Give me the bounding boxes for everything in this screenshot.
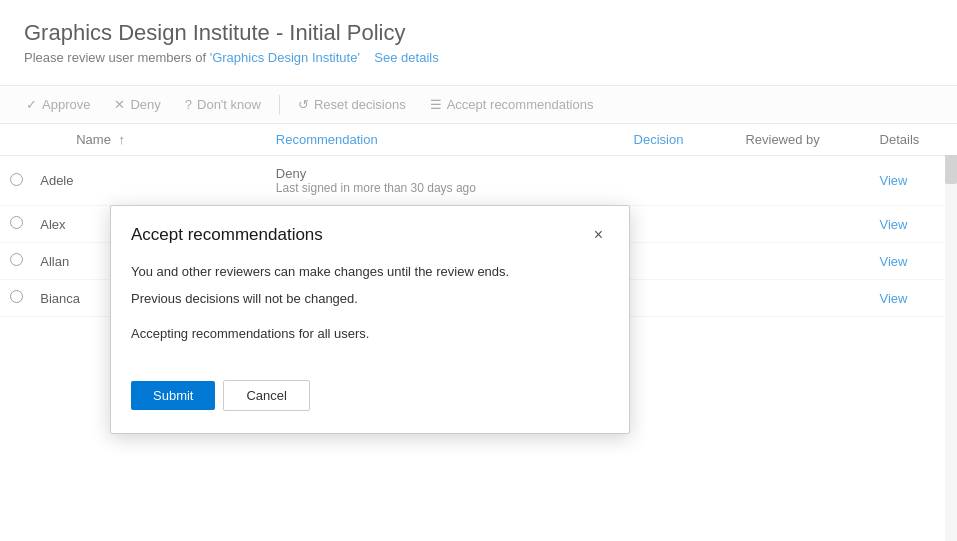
- modal-close-button[interactable]: ×: [588, 224, 609, 246]
- modal-body: You and other reviewers can make changes…: [111, 256, 629, 364]
- modal-overlay: Accept recommendations × You and other r…: [0, 0, 957, 541]
- modal-title: Accept recommendations: [131, 225, 323, 245]
- modal-cancel-button[interactable]: Cancel: [223, 380, 309, 411]
- modal-submit-button[interactable]: Submit: [131, 381, 215, 410]
- modal-footer: Submit Cancel: [111, 364, 629, 433]
- modal-line3: Accepting recommendations for all users.: [131, 324, 609, 345]
- page: Graphics Design Institute - Initial Poli…: [0, 0, 957, 541]
- modal-line2: Previous decisions will not be changed.: [131, 289, 609, 310]
- accept-recommendations-modal: Accept recommendations × You and other r…: [110, 205, 630, 434]
- modal-header: Accept recommendations ×: [111, 206, 629, 256]
- modal-line1: You and other reviewers can make changes…: [131, 262, 609, 283]
